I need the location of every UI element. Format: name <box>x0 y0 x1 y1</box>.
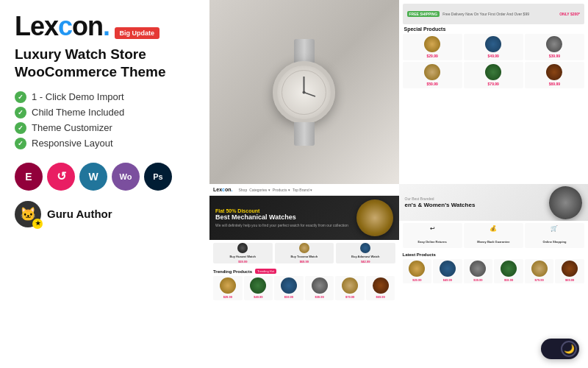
dark-mode-toggle[interactable]: 🌙 <box>541 339 579 359</box>
latest-price: $29.99 <box>412 278 421 282</box>
big-update-badge: Big Update <box>115 27 160 39</box>
latest-card: $69.99 <box>555 259 584 283</box>
check-icon <box>15 107 26 118</box>
trending-watch <box>342 277 358 294</box>
cat-label: Buy Huawei Watch <box>229 255 256 258</box>
svg-line-2 <box>304 92 316 96</box>
preview-shop: FREE SHIPPING Free Delivery Now On Your … <box>399 0 589 184</box>
latest-grid: $29.99 $49.99 $39.99 $59.99 <box>403 259 585 283</box>
feature-text: Responsive Layout <box>32 138 113 149</box>
trending-card: $39.99 <box>305 276 334 300</box>
branded-title: en's & Women's Watches <box>405 202 550 209</box>
category-item: Buy Huawei Watch $39.99 <box>213 243 273 263</box>
list-item: Theme Customizer <box>15 122 195 134</box>
special-products-title: Special Products <box>403 26 585 32</box>
product-card: $79.99 <box>464 62 523 88</box>
product-card: $69.99 <box>525 62 584 88</box>
watch-mini <box>546 36 562 52</box>
trending-watch <box>281 277 297 294</box>
section-title-row: Latest Products <box>403 252 585 257</box>
trending-card: $69.99 <box>366 276 395 300</box>
guru-label: Guru Author <box>47 208 112 220</box>
cat-price: $42.99 <box>361 260 370 263</box>
latest-card: $29.99 <box>403 259 432 283</box>
latest-watch <box>440 261 456 277</box>
hero-watch-image <box>209 0 399 184</box>
guru-author: 🐱 ★ Guru Author <box>15 201 195 227</box>
banner-desc: Free Delivery Now On Your First Order An… <box>442 12 529 16</box>
nav-item: Categories ▾ <box>249 188 270 192</box>
preview-main: Lexcon. Shop Categories ▾ Products ▾ Top… <box>209 184 399 368</box>
trending-watch <box>312 277 328 294</box>
tagline: Luxury Watch Store WooCommerce Theme <box>15 46 195 81</box>
trending-card: $49.99 <box>244 276 273 300</box>
latest-price: $39.99 <box>473 278 482 282</box>
trending-watch <box>250 277 266 294</box>
trending-price: $69.99 <box>376 295 385 299</box>
check-icon <box>15 138 26 149</box>
product-card: $29.99 <box>403 34 462 60</box>
store-header: Lexcon. Shop Categories ▾ Products ▾ Top… <box>209 184 399 196</box>
branded-watch <box>549 186 582 219</box>
latest-watch <box>501 261 517 277</box>
hero-discount: Flat 50% Discount <box>215 208 356 213</box>
latest-watch <box>562 261 578 277</box>
watch-mini <box>424 36 440 52</box>
latest-watch <box>531 261 548 277</box>
trending-grid: $29.99 $49.99 $59.99 $39.99 <box>213 276 395 300</box>
price: $49.99 <box>488 54 499 58</box>
photoshop-icon: Ps <box>144 163 172 191</box>
latest-price: $59.99 <box>504 278 513 282</box>
product-grid: $29.99 $49.99 $39.99 $59.99 $79.99 <box>403 34 585 88</box>
trending-title: Trending Products <box>213 269 252 274</box>
price: $29.99 <box>426 54 437 58</box>
woo-icon: Wo <box>112 163 140 191</box>
price: $59.99 <box>426 82 437 86</box>
section-title-row: Trending Products Trending Hot <box>213 269 395 274</box>
cat-price: $39.99 <box>238 260 247 263</box>
nav-items: Shop Categories ▾ Products ▾ Top Brand ▾ <box>238 188 312 192</box>
features-list: 1 - Click Demo Import Child Theme Includ… <box>15 91 195 149</box>
latest-card: $79.99 <box>525 259 554 283</box>
nav-item: Shop <box>238 188 247 192</box>
logo-text: Lexcon. <box>15 11 110 41</box>
guru-badge: 🐱 ★ <box>15 201 41 227</box>
guru-star: ★ <box>32 219 43 229</box>
feature-box: ↩ Easy Online Returns <box>403 223 462 248</box>
tech-icons-row: E ↺ W Wo Ps <box>15 163 195 191</box>
price: $79.99 <box>488 82 499 86</box>
shop-banner: FREE SHIPPING Free Delivery Now On Your … <box>403 4 585 24</box>
latest-price: $69.99 <box>565 278 574 282</box>
watch-band-top <box>294 39 315 63</box>
money-back-icon: 💰 <box>466 225 521 232</box>
trending-watch <box>220 277 236 294</box>
feature-box: 💰 Money Back Guarantee <box>464 223 523 248</box>
elementor-icon: E <box>15 163 43 191</box>
product-card: $59.99 <box>403 62 462 88</box>
watch-mini <box>485 64 501 80</box>
free-shipping-badge: FREE SHIPPING <box>407 11 440 17</box>
latest-title: Latest Products <box>403 252 436 257</box>
watch-face <box>273 61 335 124</box>
trending-price: $59.99 <box>284 295 293 299</box>
category-watch <box>237 243 248 253</box>
branded-banner: Our Best Branded en's & Women's Watches <box>399 184 589 221</box>
latest-card: $49.99 <box>433 259 462 283</box>
left-panel: Lexcon. Big Update Luxury Watch Store Wo… <box>0 0 209 368</box>
features-row: ↩ Easy Online Returns 💰 Money Back Guara… <box>399 221 589 250</box>
latest-watch <box>409 261 425 277</box>
trending-price: $39.99 <box>315 295 323 299</box>
hero-subtitle: We will definitely help you to find your… <box>215 223 356 227</box>
hero-text: Flat 50% Discount Best Mechanical Watche… <box>215 208 356 227</box>
category-watch <box>299 243 309 253</box>
store-logo: Lexcon. <box>213 187 232 192</box>
category-row: Buy Huawei Watch $39.99 Buy Toxoma Watch… <box>209 240 399 266</box>
latest-card: $59.99 <box>494 259 523 283</box>
nav-item: Top Brand ▾ <box>293 188 312 192</box>
feature-text: Theme Customizer <box>32 122 112 133</box>
branded-text: Our Best Branded en's & Women's Watches <box>405 197 550 209</box>
feature-label: Online Shopping <box>542 240 566 244</box>
feature-box: 🛒 Online Shopping <box>525 223 584 248</box>
dark-mode-knob: 🌙 <box>561 341 577 357</box>
trending-section: Trending Products Trending Hot $29.99 $4… <box>209 266 399 302</box>
